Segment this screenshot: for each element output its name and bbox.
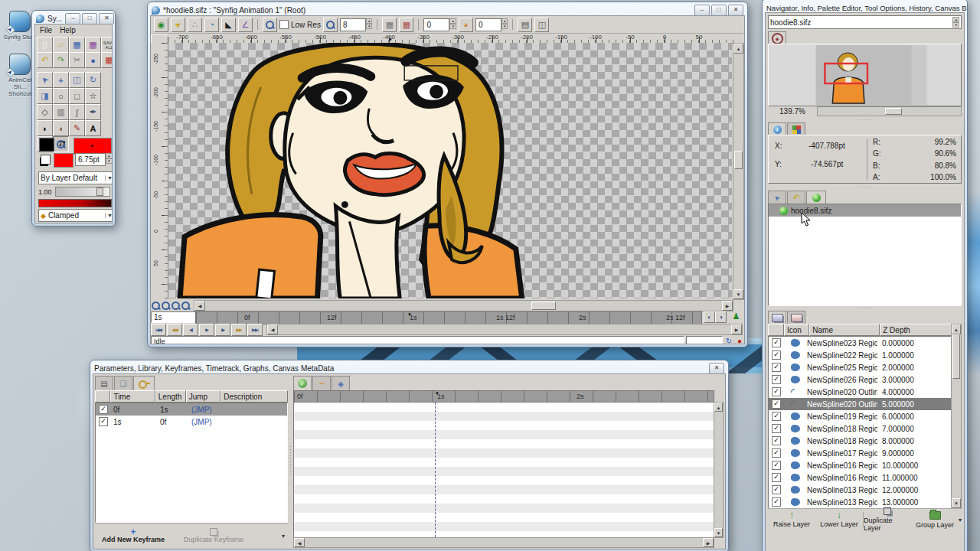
checkbox[interactable]: ✓	[772, 363, 781, 372]
layer-list[interactable]: ✓NewSpline023 Region0.000000✓NewSpline02…	[768, 336, 952, 509]
checkbox[interactable]: ✓	[772, 350, 781, 360]
past-onion-stepper-arrows[interactable]: ▴▾	[449, 18, 456, 31]
checkbox[interactable]: ✓	[772, 485, 781, 494]
spline-tool[interactable]: ∫	[69, 104, 85, 120]
scroll-left-icon[interactable]: ◀	[294, 538, 305, 547]
brush-tool[interactable]: ◗	[37, 120, 53, 136]
navigator-zoom-slider[interactable]	[817, 106, 962, 116]
add-keyframe-button[interactable]: + Add New Keyframe	[95, 528, 172, 543]
scroll-down-icon[interactable]: ▼	[714, 528, 723, 537]
refresh-icon[interactable]: ↻	[724, 337, 733, 344]
column-header-time[interactable]: Time	[110, 390, 155, 403]
animate-mode-icon[interactable]: ♟	[731, 311, 741, 321]
column-header-jump[interactable]: Jump	[186, 390, 220, 403]
checkbox[interactable]: ✓	[772, 338, 781, 347]
grid-snap-icon[interactable]: ▦	[399, 18, 413, 32]
layer-row[interactable]: ✓NewSpline019 Region6.000000	[769, 410, 952, 422]
circle-blue-icon[interactable]: ◔	[204, 18, 219, 32]
seek-begin-button[interactable]: |◀◀	[151, 324, 166, 336]
tab-keyframes[interactable]	[133, 376, 155, 390]
low-res-checkbox[interactable]: Low Res	[279, 20, 321, 29]
checkbox[interactable]: ✓	[772, 461, 781, 470]
panel-splitter[interactable]: ·······	[766, 118, 964, 122]
seek-end-button[interactable]: ▶▶|	[247, 324, 263, 336]
keyframe-row[interactable]: ✓0f1s(JMP)	[96, 403, 287, 416]
seek-next-frame-button[interactable]: |▶	[215, 324, 230, 336]
scroll-right-icon[interactable]: ▶	[722, 301, 733, 311]
navigator-preview[interactable]	[768, 44, 962, 106]
duplicate-layer-button[interactable]: Duplicate Layer	[864, 507, 911, 532]
spin-down-icon[interactable]: ▾	[952, 22, 959, 28]
minimize-button[interactable]: –	[694, 5, 710, 16]
layer-row[interactable]: ✓NewSpline025 Region2.000000	[769, 361, 952, 373]
menu-file[interactable]: File	[40, 26, 52, 34]
layer-row[interactable]: ✓NewSpline016 Region10.000000	[769, 459, 952, 471]
past-bounds-button[interactable]: ◐	[704, 311, 715, 323]
quality-stepper-arrows[interactable]: ▴▾	[366, 18, 373, 31]
canvas-browser-list[interactable]: hoodie8.sifz	[768, 204, 962, 306]
past-keyframe-icon[interactable]: ◉	[154, 18, 168, 32]
seek-prev-keyframe-button[interactable]: ◀◀	[167, 324, 182, 336]
past-onion-stepper[interactable]: 0▴▾	[423, 18, 456, 31]
checkbox[interactable]: ✓	[99, 405, 108, 414]
rectangle-tool[interactable]: □	[69, 88, 85, 104]
canvas-hscrollbar[interactable]: ◀ ▶	[194, 300, 733, 311]
checkbox[interactable]: ✓	[772, 497, 781, 507]
scroll-up-icon[interactable]: ▲	[714, 403, 723, 412]
redo-icon[interactable]: ↷	[53, 52, 69, 68]
timetrack-vscrollbar[interactable]: ▲ ▼	[714, 402, 724, 538]
tab-parameters[interactable]: ▤	[95, 376, 113, 390]
scroll-down-icon[interactable]: ▼	[952, 498, 961, 508]
undo-icon[interactable]: ↶	[37, 52, 53, 68]
slider-thumb[interactable]	[885, 108, 902, 115]
close-button[interactable]: ✕	[709, 363, 724, 374]
quality-stepper[interactable]: 8▴▾	[340, 18, 373, 31]
layer-row[interactable]: ✓NewSpline018 Region7.000000	[769, 422, 952, 435]
layers-vscrollbar[interactable]: ▲ ▼	[951, 324, 962, 509]
canvas-vscrollbar[interactable]: ▲ ▼	[733, 43, 744, 300]
blob-icon[interactable]: ●	[85, 52, 101, 68]
new-file-icon[interactable]: ▯	[37, 37, 53, 53]
tab-layers[interactable]	[768, 311, 786, 324]
layer-row[interactable]: ✓NewSpline018 Region8.000000	[769, 435, 952, 447]
scroll-down-icon[interactable]: ▼	[733, 289, 743, 299]
checkbox[interactable]: ✓	[772, 387, 781, 396]
maximize-button[interactable]: □	[711, 5, 727, 16]
play-button[interactable]: ▶	[199, 324, 214, 336]
close-button[interactable]: ✕	[99, 13, 114, 24]
gradient-tool[interactable]: ▥	[53, 104, 69, 120]
menu-help[interactable]: Help	[60, 26, 76, 34]
fill-tool[interactable]: ◖	[53, 120, 69, 136]
timebar[interactable]: ▼ 0f12f1s1s 12f2s2s 12f	[195, 311, 702, 324]
lowres-mag-icon[interactable]	[323, 18, 338, 32]
scroll-thumb[interactable]	[531, 302, 556, 310]
polygon-tool[interactable]: ◇	[37, 104, 53, 120]
raise-layer-button[interactable]: ↑Raise Layer	[768, 512, 815, 528]
panel-splitter[interactable]: ·······	[766, 186, 964, 190]
save-all-button[interactable]: SAVE ALL	[101, 37, 113, 53]
timetrack-hscrollbar[interactable]: ◀ ▶	[293, 537, 714, 548]
transform-tool[interactable]: ➤	[37, 72, 53, 88]
layer-row[interactable]: ✓NewSpline022 Region1.000000	[769, 349, 952, 361]
layer-row[interactable]: ✓NewSpline017 Region9.000000	[769, 447, 952, 459]
tab-curves[interactable]: ~	[312, 376, 331, 390]
close-button[interactable]: ✕	[728, 5, 743, 16]
tab-sets[interactable]	[787, 311, 805, 324]
pointer-icon[interactable]: ➤	[171, 18, 185, 32]
scroll-thumb[interactable]	[952, 334, 960, 379]
checkbox[interactable]: ✓	[772, 375, 781, 384]
checkbox[interactable]: ✓	[772, 399, 781, 409]
tab-tool-options[interactable]: ➤	[768, 191, 786, 204]
transport-scrollbar[interactable]: ◀▶	[266, 324, 743, 335]
future-onion-stepper-arrows[interactable]: ▴▾	[501, 18, 508, 31]
zoom-out-icon[interactable]	[151, 301, 161, 311]
future-onion-stepper[interactable]: 0▴▾	[475, 18, 508, 31]
minimize-button[interactable]: –	[65, 13, 80, 24]
draw-tool[interactable]: ✎	[69, 120, 85, 136]
canvas-titlebar[interactable]: *hoodie8.sifz : "Synfig Animation 1" (Ro…	[148, 2, 747, 16]
width-tool[interactable]: ✒	[85, 104, 101, 120]
time-field[interactable]: 1s	[151, 311, 200, 323]
canvas-browser-item[interactable]: hoodie8.sifz	[769, 204, 961, 217]
opacity-slider[interactable]	[55, 187, 110, 197]
future-bounds-button[interactable]: ◑	[715, 311, 727, 323]
